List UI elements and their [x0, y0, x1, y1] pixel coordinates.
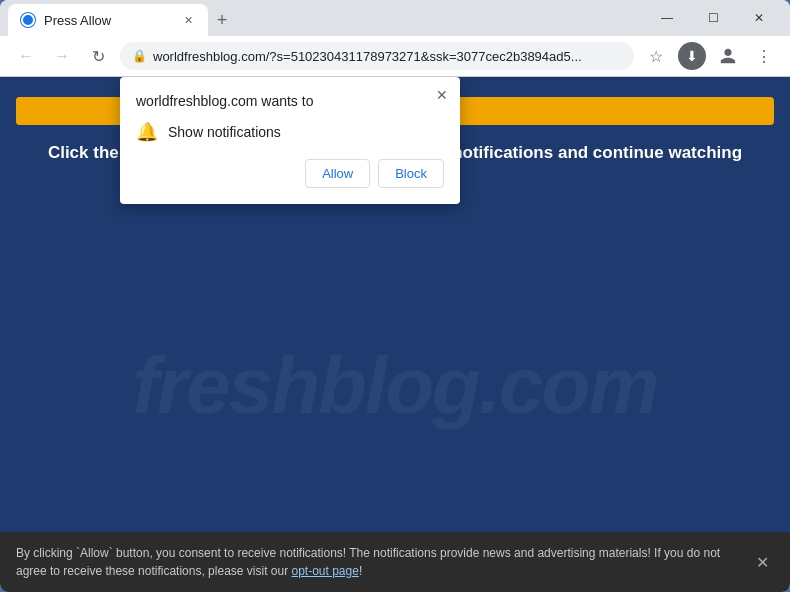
url-bar[interactable]: 🔒 worldfreshblog.com/?s=5102304311789732…	[120, 42, 634, 70]
tab-bar: Press Allow ✕ +	[8, 0, 644, 36]
chrome-menu-button[interactable]: ⋮	[750, 42, 778, 70]
reload-button[interactable]: ↻	[84, 42, 112, 70]
url-text: worldfreshblog.com/?s=510230431178973271…	[153, 49, 622, 64]
chrome-window: Press Allow ✕ + — ☐ ✕ ← → ↻ 🔒 worldfresh…	[0, 0, 790, 592]
forward-button[interactable]: →	[48, 42, 76, 70]
allow-button[interactable]: Allow	[305, 159, 370, 188]
consent-close-button[interactable]: ✕	[750, 550, 774, 574]
popup-domain-text: worldfreshblog.com wants to	[136, 93, 444, 109]
back-button[interactable]: ←	[12, 42, 40, 70]
title-bar: Press Allow ✕ + — ☐ ✕	[0, 0, 790, 36]
downloads-icon[interactable]: ⬇	[678, 42, 706, 70]
active-tab[interactable]: Press Allow ✕	[8, 4, 208, 36]
tab-favicon	[20, 12, 36, 28]
bookmark-button[interactable]: ☆	[642, 42, 670, 70]
consent-text-end: !	[359, 564, 362, 578]
new-tab-button[interactable]: +	[208, 6, 236, 34]
maximize-button[interactable]: ☐	[690, 2, 736, 34]
notification-popup: ✕ worldfreshblog.com wants to 🔔 Show not…	[120, 77, 460, 204]
content-area: ✕ worldfreshblog.com wants to 🔔 Show not…	[0, 77, 790, 532]
tab-close-button[interactable]: ✕	[180, 12, 196, 28]
address-bar: ← → ↻ 🔒 worldfreshblog.com/?s=5102304311…	[0, 36, 790, 76]
close-button[interactable]: ✕	[736, 2, 782, 34]
popup-permission-row: 🔔 Show notifications	[136, 121, 444, 143]
tab-title: Press Allow	[44, 13, 172, 28]
opt-out-link[interactable]: opt-out page	[291, 564, 358, 578]
consent-text: By clicking `Allow` button, you consent …	[16, 544, 738, 580]
profile-button[interactable]	[714, 42, 742, 70]
popup-buttons: Allow Block	[136, 159, 444, 188]
page-watermark: freshblog.com	[0, 340, 790, 432]
consent-bar: By clicking `Allow` button, you consent …	[0, 532, 790, 592]
bell-icon: 🔔	[136, 121, 158, 143]
window-controls: — ☐ ✕	[644, 2, 782, 34]
lock-icon: 🔒	[132, 49, 147, 63]
permission-label: Show notifications	[168, 124, 281, 140]
consent-text-before: By clicking `Allow` button, you consent …	[16, 546, 720, 578]
block-button[interactable]: Block	[378, 159, 444, 188]
minimize-button[interactable]: —	[644, 2, 690, 34]
popup-close-button[interactable]: ✕	[432, 85, 452, 105]
